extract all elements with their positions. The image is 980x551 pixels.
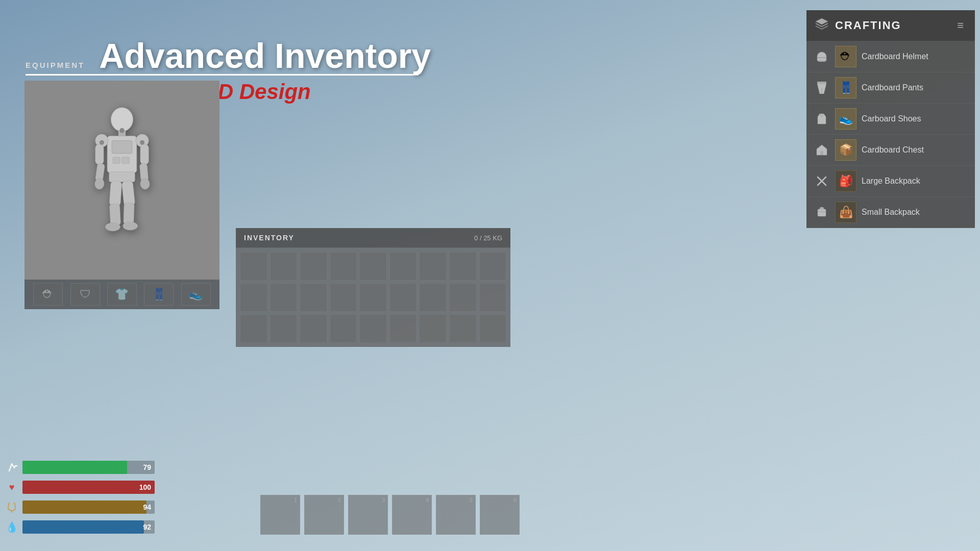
inventory-cell[interactable] <box>240 283 267 312</box>
hotbar-slot-1[interactable]: 1 <box>260 495 300 535</box>
hotbar-slot-2[interactable]: 2 <box>304 495 344 535</box>
inventory-cell[interactable] <box>300 283 327 312</box>
crafting-panel: CRAFTING ≡ ⛑ Cardboard Helmet 👖 Cardboar… <box>806 10 975 228</box>
hunger-bar-fill <box>22 500 146 514</box>
inventory-cell[interactable] <box>270 283 298 312</box>
svg-point-17 <box>106 223 120 231</box>
crafting-cat-icon-bag <box>814 204 830 220</box>
inventory-cell[interactable] <box>330 283 357 312</box>
crafting-cat-icon-tools <box>814 173 830 189</box>
inventory-cell[interactable] <box>479 314 507 343</box>
inventory-cell[interactable] <box>330 252 357 281</box>
svg-rect-3 <box>112 141 132 154</box>
inventory-cell[interactable] <box>389 283 417 312</box>
crafting-cat-icon-pants <box>814 80 830 96</box>
inventory-cell[interactable] <box>449 283 477 312</box>
health-icon: ♥ <box>4 480 19 495</box>
inventory-cell[interactable] <box>359 252 387 281</box>
crafting-cat-icon-house <box>814 142 830 158</box>
thirst-bar-row: 💧 92 <box>4 519 155 535</box>
crafting-item-thumb-large-backpack: 🎒 <box>835 170 856 192</box>
stamina-bar-fill <box>22 461 127 474</box>
stamina-icon <box>4 460 19 475</box>
crafting-item-thumb-small-backpack: 👜 <box>835 202 856 223</box>
svg-rect-4 <box>113 157 120 164</box>
inventory-cell[interactable] <box>479 283 507 312</box>
thirst-value: 92 <box>143 523 151 531</box>
inventory-cell[interactable] <box>419 252 447 281</box>
inventory-label: INVENTORY <box>244 234 295 242</box>
equip-slot-head[interactable]: ⛑ <box>33 283 63 306</box>
svg-rect-29 <box>817 82 826 84</box>
crafting-cat-icon-shirt <box>814 111 830 127</box>
crafting-item-name-helmet: Cardboard Helmet <box>862 52 928 61</box>
svg-point-23 <box>140 140 144 145</box>
hotbar-slot-6[interactable]: 6 <box>480 495 520 535</box>
hotbar-slot-4[interactable]: 4 <box>392 495 432 535</box>
crafting-item-name-pants: Cardboard Pants <box>862 83 923 92</box>
equip-slot-legs[interactable]: 👖 <box>144 283 174 306</box>
stat-bars: 79 ♥ 100 94 💧 92 <box>4 460 155 535</box>
crafting-item-name-shoes: Carboard Shoes <box>862 114 921 123</box>
character-model <box>76 98 168 262</box>
equip-slot-shirt[interactable]: 👕 <box>107 283 137 306</box>
stamina-bar-bg: 79 <box>22 461 155 474</box>
crafting-title: CRAFTING <box>835 19 901 32</box>
svg-rect-11 <box>140 144 149 165</box>
hotbar-slot-5[interactable]: 5 <box>436 495 476 535</box>
svg-rect-19 <box>124 203 134 224</box>
equip-slot-feet[interactable]: 👟 <box>181 283 211 306</box>
crafting-item-cardboard-pants[interactable]: 👖 Cardboard Pants <box>806 72 975 104</box>
crafting-item-thumb-helmet: ⛑ <box>835 46 856 67</box>
inventory-cell[interactable] <box>419 314 447 343</box>
svg-point-22 <box>100 140 104 145</box>
inventory-cell[interactable] <box>449 314 477 343</box>
crafting-menu-button[interactable]: ≡ <box>954 17 967 34</box>
stamina-value: 79 <box>143 463 151 471</box>
character-area <box>24 81 219 280</box>
inventory-panel: INVENTORY 0 / 25 KG <box>236 228 510 347</box>
svg-rect-33 <box>818 209 826 216</box>
svg-rect-16 <box>110 204 121 225</box>
inventory-cell[interactable] <box>449 252 477 281</box>
crafting-item-cardboard-chest[interactable]: 📦 Cardboard Chest <box>806 135 975 166</box>
inventory-cell[interactable] <box>389 252 417 281</box>
stamina-bar-row: 79 <box>4 460 155 475</box>
inventory-cell[interactable] <box>300 252 327 281</box>
inventory-cell[interactable] <box>359 283 387 312</box>
equip-slot-body[interactable]: 🛡 <box>70 283 100 306</box>
hotbar-slot-3[interactable]: 3 <box>348 495 388 535</box>
inventory-cell[interactable] <box>300 314 327 343</box>
hunger-bar-row: 94 <box>4 499 155 515</box>
svg-rect-7 <box>95 144 104 165</box>
equipment-slots-bar: ⛑ 🛡 👕 👖 👟 <box>24 280 219 309</box>
crafting-item-large-backpack[interactable]: 🎒 Large Backpack <box>806 166 975 197</box>
hotbar: 1 2 3 4 5 6 <box>260 495 520 535</box>
inventory-row-2 <box>240 283 506 312</box>
inventory-cell[interactable] <box>479 252 507 281</box>
hunger-icon <box>4 499 19 515</box>
health-bar-bg: 100 <box>22 481 155 494</box>
crafting-item-cardboard-helmet[interactable]: ⛑ Cardboard Helmet <box>806 41 975 72</box>
inventory-cell[interactable] <box>240 314 267 343</box>
inventory-cell[interactable] <box>330 314 357 343</box>
crafting-item-carboard-shoes[interactable]: 👟 Carboard Shoes <box>806 104 975 135</box>
svg-point-21 <box>120 128 125 133</box>
inventory-cell[interactable] <box>270 314 298 343</box>
svg-rect-18 <box>121 181 135 207</box>
inventory-cell[interactable] <box>359 314 387 343</box>
inventory-row-1 <box>240 252 506 281</box>
crafting-item-name-small-backpack: Small Backpack <box>862 208 920 217</box>
inventory-cell[interactable] <box>389 314 417 343</box>
inventory-row-3 <box>240 314 506 343</box>
thirst-bar-bg: 92 <box>22 520 155 534</box>
inventory-cell[interactable] <box>240 252 267 281</box>
health-bar-row: ♥ 100 <box>4 480 155 495</box>
inventory-cell[interactable] <box>270 252 298 281</box>
inventory-cell[interactable] <box>419 283 447 312</box>
crafting-item-small-backpack[interactable]: 👜 Small Backpack <box>806 197 975 228</box>
svg-rect-15 <box>109 181 122 206</box>
svg-marker-25 <box>816 18 828 24</box>
svg-rect-14 <box>109 172 135 182</box>
crafting-header: CRAFTING ≡ <box>806 10 975 41</box>
